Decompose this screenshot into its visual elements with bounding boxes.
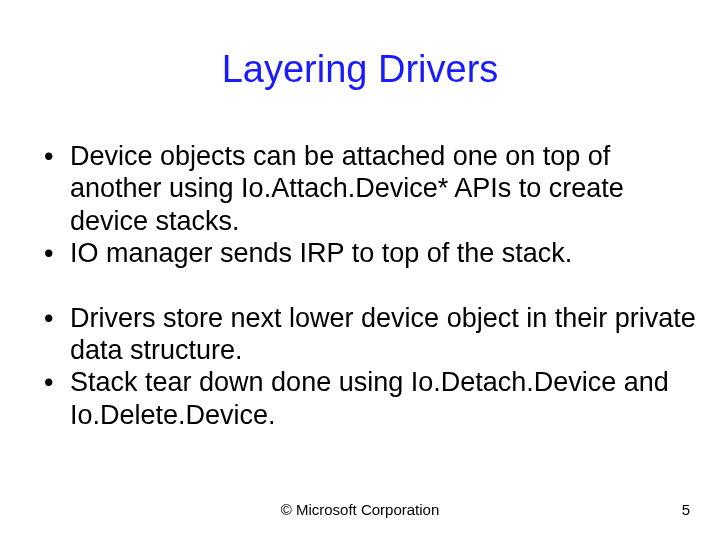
bullet-item: Drivers store next lower device object i… — [40, 302, 696, 367]
bullet-list: Drivers store next lower device object i… — [40, 302, 696, 432]
slide-content: Device objects can be attached one on to… — [40, 140, 696, 431]
bullet-item: IO manager sends IRP to top of the stack… — [40, 237, 696, 269]
spacer — [40, 270, 696, 302]
slide-title: Layering Drivers — [0, 48, 720, 91]
footer-page-number: 5 — [682, 501, 690, 518]
bullet-list: Device objects can be attached one on to… — [40, 140, 696, 270]
bullet-item: Stack tear down done using Io.Detach.Dev… — [40, 366, 696, 431]
bullet-item: Device objects can be attached one on to… — [40, 140, 696, 237]
slide: Layering Drivers Device objects can be a… — [0, 0, 720, 540]
footer-copyright: © Microsoft Corporation — [0, 501, 720, 518]
